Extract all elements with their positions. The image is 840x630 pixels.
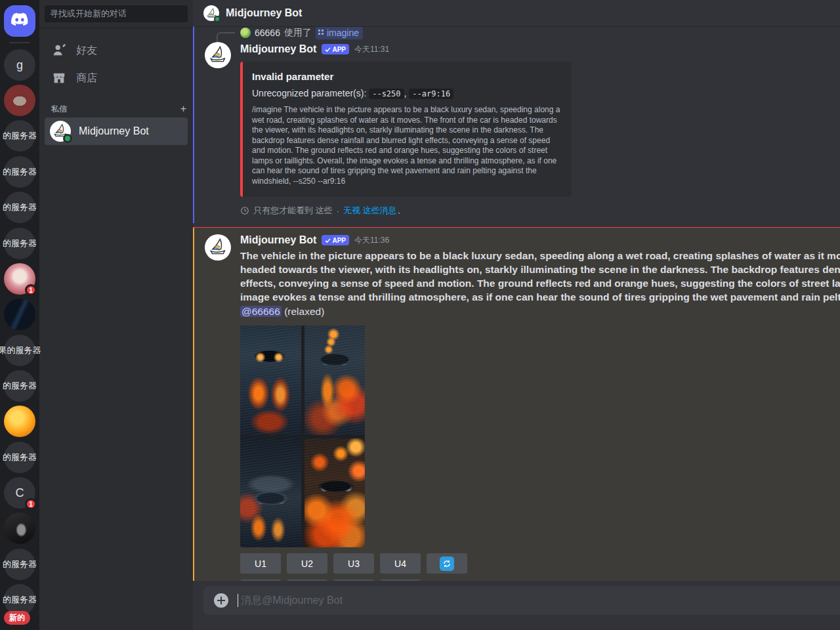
reply-spine (217, 32, 235, 43)
reply-action-text: 使用了 (284, 27, 312, 39)
server-icon-text-7[interactable]: 的服务器 (4, 442, 35, 473)
reroll-button[interactable] (427, 553, 467, 574)
chat-panel: Midjourney Bot 66666 使用了 imagine Mi (193, 0, 840, 630)
message-author[interactable]: Midjourney Bot (240, 43, 316, 55)
server-rail: g 的服务器 的服务器 的服务器 的服务器 1 果的服务器 的服务器 的服务器 … (0, 0, 39, 630)
server-icon-elephant[interactable] (4, 85, 35, 116)
server-icon-text-5[interactable]: 果的服务器 (4, 335, 35, 366)
variation-button-row: V1 V2 V3 V4 (240, 579, 840, 581)
sidebar-item-friends[interactable]: 好友 (45, 37, 188, 64)
sidebar-divider (39, 28, 193, 28)
server-icon-art[interactable]: 1 (4, 263, 35, 295)
refresh-icon (440, 556, 454, 571)
dm-item-name: Midjourney Bot (79, 125, 149, 137)
u1-button[interactable]: U1 (240, 553, 281, 574)
midjourney-bot-avatar[interactable] (205, 234, 231, 261)
ephemeral-text: 只有您才能看到 这些 (253, 205, 333, 217)
image-option-1[interactable] (240, 326, 301, 435)
store-icon (51, 70, 67, 86)
midjourney-bot-avatar[interactable] (205, 42, 231, 68)
sidebar-item-store[interactable]: 商店 (45, 65, 188, 91)
server-icon-g[interactable]: g (4, 49, 35, 81)
v4-button[interactable]: V4 (380, 579, 421, 581)
rail-divider (9, 42, 30, 43)
app-badge-check-icon (325, 238, 331, 243)
generated-image-grid[interactable] (240, 326, 365, 547)
server-icon-text-8[interactable]: 的服务器 (4, 549, 35, 580)
eye-icon (240, 206, 249, 215)
server-icon-text-4[interactable]: 的服务器 (4, 228, 35, 259)
server-icon-photo[interactable] (4, 513, 35, 544)
embed-description: Unrecognized parameter(s): --s250, --ar9… (252, 88, 561, 98)
new-servers-pill[interactable]: 新的 (4, 611, 30, 625)
online-status-dot (214, 16, 220, 22)
attach-plus-icon[interactable] (214, 593, 228, 608)
unread-badge: 1 (25, 498, 37, 510)
v3-button[interactable]: V3 (333, 579, 374, 581)
reply-reference[interactable]: 66666 使用了 imagine (240, 26, 840, 39)
embed-title: Invalid parameter (252, 71, 561, 82)
app-badge: APP (322, 44, 349, 54)
dismiss-message-link[interactable]: 无视 这些消息 (343, 205, 397, 217)
unread-badge: 1 (25, 284, 37, 296)
message-timestamp: 今天11:36 (354, 235, 389, 246)
command-icon (318, 30, 325, 36)
app-badge: APP (322, 235, 349, 245)
new-messages-divider (193, 227, 840, 228)
search-conversation-button[interactable]: 寻找或开始新的对话 (45, 5, 188, 22)
prompt-message-text: The vehicle in the picture appears to be… (240, 249, 840, 304)
server-icon-text-2[interactable]: 的服务器 (4, 156, 35, 188)
message-author[interactable]: Midjourney Bot (240, 234, 316, 246)
mention-line: @66666 (relaxed) (240, 304, 840, 319)
upscale-button-row: U1 U2 U3 U4 (240, 553, 840, 574)
replied-user-avatar (240, 28, 251, 38)
message-group-mention: Midjourney Bot APP 今天11:36 The vehicle i… (193, 228, 840, 581)
v2-button[interactable]: V2 (287, 579, 327, 581)
u2-button[interactable]: U2 (287, 553, 327, 574)
dm-sidebar: 寻找或开始新的对话 好友 商店 私信 + Midjourney Bot (39, 0, 193, 630)
message-group-ephemeral: 66666 使用了 imagine Midjourney Bot APP 今天 (193, 26, 840, 223)
error-embed: Invalid parameter Unrecognized parameter… (240, 62, 572, 197)
image-option-4[interactable] (304, 438, 366, 548)
online-status-dot (63, 134, 72, 143)
u3-button[interactable]: U3 (333, 553, 374, 574)
embed-prompt-text: /imagine The vehicle in the picture appe… (252, 105, 561, 186)
dm-item-midjourney-bot[interactable]: Midjourney Bot (45, 117, 188, 145)
replied-username[interactable]: 66666 (255, 28, 280, 38)
message-composer[interactable]: 消息@Midjourney Bot (203, 586, 840, 615)
dm-section-label: 私信 (51, 104, 67, 115)
param-code-chip: --ar9:16 (409, 89, 453, 99)
user-mention[interactable]: @66666 (240, 306, 282, 317)
create-dm-plus-icon[interactable]: + (180, 103, 186, 115)
server-icon-text-1[interactable]: 的服务器 (4, 120, 35, 152)
discord-home-button[interactable] (4, 5, 35, 37)
friends-icon (51, 43, 67, 58)
text-cursor (238, 594, 238, 607)
server-icon-navy[interactable] (4, 299, 35, 330)
server-icon-planet[interactable] (4, 406, 35, 437)
message-timestamp: 今天11:31 (354, 44, 389, 55)
discord-logo-icon (10, 12, 29, 30)
image-option-2[interactable] (304, 326, 366, 435)
sidebar-item-label: 好友 (76, 44, 97, 58)
message-list: 66666 使用了 imagine Midjourney Bot APP 今天 (193, 26, 840, 581)
slash-command-pill[interactable]: imagine (316, 27, 363, 39)
sidebar-item-label: 商店 (76, 72, 97, 85)
param-code-chip: --s250 (369, 89, 404, 99)
server-icon-text-3[interactable]: 的服务器 (4, 192, 35, 223)
ephemeral-separator: · (337, 206, 339, 216)
v1-button[interactable]: V1 (240, 579, 281, 581)
u4-button[interactable]: U4 (380, 553, 421, 574)
chat-title: Midjourney Bot (226, 7, 302, 19)
image-option-3[interactable] (240, 438, 301, 548)
app-badge-check-icon (325, 47, 331, 52)
server-icon-c[interactable]: C 1 (4, 477, 35, 509)
chat-header: Midjourney Bot (193, 0, 840, 26)
ephemeral-notice: 只有您才能看到 这些 · 无视 这些消息。 (240, 205, 840, 217)
server-icon-text-6[interactable]: 的服务器 (4, 370, 35, 402)
message-input[interactable]: 消息@Midjourney Bot (241, 594, 343, 608)
